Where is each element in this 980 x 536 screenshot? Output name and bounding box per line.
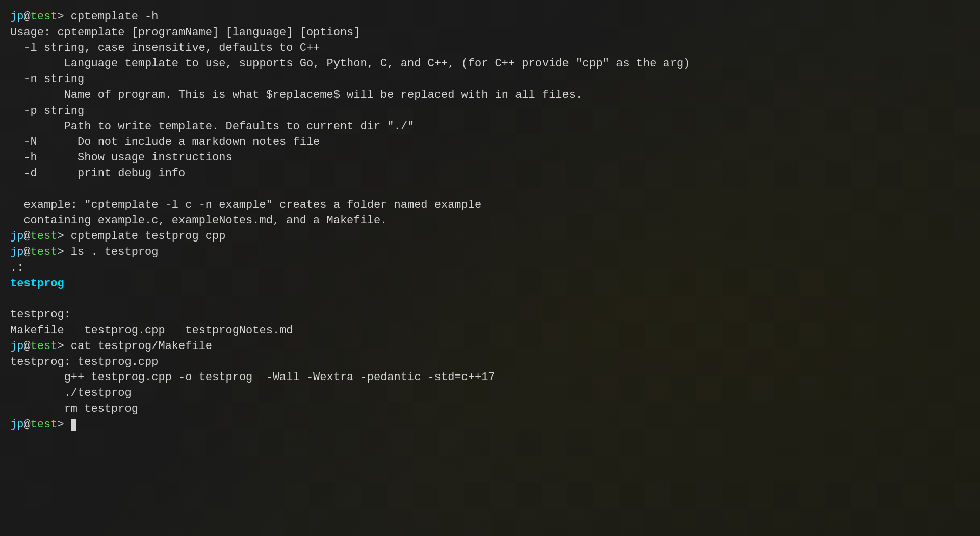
terminal-command-line: jp@test> cptemplate -h [10,9,970,25]
prompt-at: @ [23,340,30,353]
command-text: cptemplate -h [71,10,159,23]
prompt-at: @ [23,246,30,258]
terminal-output-line: -n string [10,72,970,88]
terminal-output-line: -d print debug info [10,166,970,182]
terminal-output-line: ./testprog [10,386,970,401]
prompt-user: jp [10,340,23,353]
prompt-arrow: > [57,340,70,353]
prompt-host: test [31,10,58,23]
prompt-user: jp [10,10,23,23]
prompt-at: @ [23,230,30,243]
terminal-command-line: jp@test> cptemplate testprog cpp [10,229,970,245]
terminal-output-line: rm testprog [10,401,970,417]
prompt-host: test [31,340,58,353]
prompt-at: @ [23,10,30,23]
prompt-user: jp [10,246,23,258]
terminal-cursor [71,419,76,431]
prompt-arrow: > [57,10,70,23]
empty-line [10,291,970,307]
prompt-host: test [31,230,58,243]
terminal-output-line-bold: testprog [10,276,970,292]
terminal-output-line: Name of program. This is what $replaceme… [10,88,970,103]
terminal-output-line: Language template to use, supports Go, P… [10,56,970,72]
prompt-arrow: > [57,246,70,258]
terminal-command-line: jp@test> ls . testprog [10,245,970,260]
terminal-output-line: g++ testprog.cpp -o testprog -Wall -Wext… [10,370,970,386]
empty-line [10,182,970,198]
terminal-output-line: -l string, case insensitive, defaults to… [10,41,970,57]
prompt-at: @ [23,418,30,431]
prompt-host: test [31,246,58,258]
terminal-output-line: testprog: testprog.cpp [10,355,970,370]
terminal-window: jp@test> cptemplate -hUsage: cptemplate … [0,0,980,536]
prompt-user: jp [10,230,23,243]
prompt-arrow: > [57,418,70,431]
terminal-output-line: example: "cptemplate -l c -n example" cr… [10,198,970,213]
terminal-output-line: Path to write template. Defaults to curr… [10,119,970,135]
terminal-content: jp@test> cptemplate -hUsage: cptemplate … [10,9,970,433]
prompt-host: test [31,418,58,431]
terminal-output-line: Makefile testprog.cpp testprogNotes.md [10,323,970,339]
terminal-output-line: -p string [10,103,970,119]
terminal-command-line: jp@test> cat testprog/Makefile [10,339,970,355]
prompt-arrow: > [57,230,70,243]
terminal-output-line: containing example.c, exampleNotes.md, a… [10,213,970,229]
terminal-output-line: Usage: cptemplate [programName] [languag… [10,25,970,41]
terminal-output-line: .: [10,260,970,276]
prompt-user: jp [10,418,23,431]
command-text: cat testprog/Makefile [71,340,212,353]
bold-cyan-text: testprog [10,277,64,290]
terminal-active-prompt[interactable]: jp@test> [10,417,970,433]
terminal-output-line: -h Show usage instructions [10,150,970,166]
terminal-output-line: testprog: [10,307,970,323]
terminal-output-line: -N Do not include a markdown notes file [10,135,970,150]
command-text: ls . testprog [71,246,159,258]
command-text: cptemplate testprog cpp [71,230,226,243]
